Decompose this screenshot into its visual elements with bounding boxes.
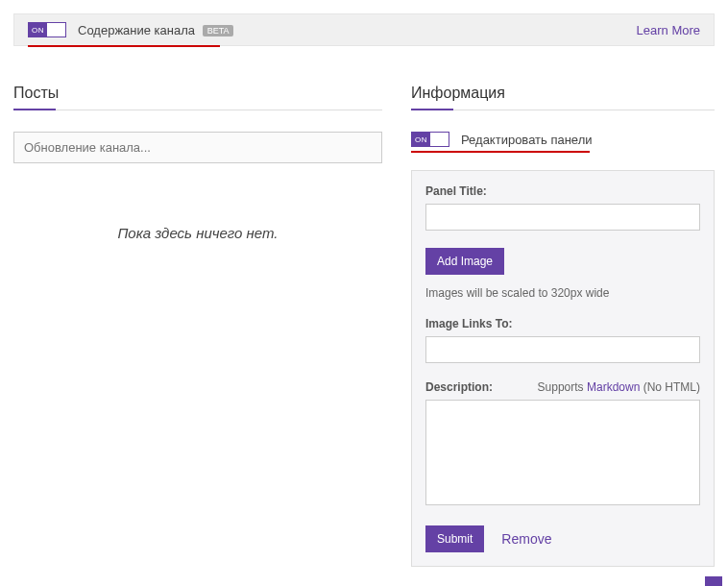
panel-title-group: Panel Title: xyxy=(425,184,700,231)
toggle-on-label: ON xyxy=(29,23,47,37)
panel-title-input[interactable] xyxy=(425,204,700,231)
panel-title-label: Panel Title: xyxy=(425,184,700,198)
description-textarea[interactable] xyxy=(425,400,700,505)
edit-panels-row: ON Редактировать панели xyxy=(411,132,715,153)
supports-prefix: Supports xyxy=(538,380,587,394)
panel-form: Panel Title: Add Image Images will be sc… xyxy=(411,170,715,567)
image-scale-hint: Images will be scaled to 320px wide xyxy=(425,286,700,300)
posts-heading: Посты xyxy=(13,85,382,110)
edit-panels-toggle[interactable]: ON xyxy=(411,132,449,147)
markdown-link[interactable]: Markdown xyxy=(587,380,640,394)
posts-title: Посты xyxy=(13,85,382,110)
markdown-note: Supports Markdown (No HTML) xyxy=(538,380,700,394)
no-html-text: (No HTML) xyxy=(640,380,700,394)
info-divider xyxy=(411,110,715,110)
add-image-button[interactable]: Add Image xyxy=(425,248,504,275)
description-label: Description: xyxy=(425,380,493,394)
form-actions: Submit Remove xyxy=(425,525,700,552)
channel-content-text: Содержание канала xyxy=(78,23,195,37)
submit-button[interactable]: Submit xyxy=(425,525,484,552)
edit-panels-underline xyxy=(411,151,590,153)
posts-empty-message: Пока здесь ничего нет. xyxy=(13,225,382,241)
toggle-off-part xyxy=(47,23,65,37)
top-bar-underline xyxy=(28,45,220,47)
info-title: Информация xyxy=(411,85,715,110)
posts-divider xyxy=(13,110,382,110)
image-link-group: Image Links To: xyxy=(425,317,700,363)
edit-toggle-on-label: ON xyxy=(412,133,430,146)
info-accent xyxy=(411,109,453,110)
image-link-label: Image Links To: xyxy=(425,317,700,330)
channel-content-label: Содержание канала BETA xyxy=(78,23,233,37)
remove-link[interactable]: Remove xyxy=(501,531,551,547)
description-head: Description: Supports Markdown (No HTML) xyxy=(425,380,700,394)
post-update-input[interactable] xyxy=(13,132,382,163)
channel-content-bar: ON Содержание канала BETA Learn More xyxy=(13,13,715,46)
beta-badge: BETA xyxy=(203,25,234,37)
image-link-input[interactable] xyxy=(425,336,700,363)
learn-more-link[interactable]: Learn More xyxy=(637,23,700,37)
edit-toggle-off-part xyxy=(430,133,449,146)
edit-panels-label: Редактировать панели xyxy=(461,133,593,147)
description-group: Description: Supports Markdown (No HTML) xyxy=(425,380,700,508)
info-column: Информация ON Редактировать панели Panel… xyxy=(411,85,715,567)
corner-widget[interactable] xyxy=(705,576,722,586)
posts-accent xyxy=(13,109,56,110)
channel-content-toggle[interactable]: ON xyxy=(28,22,66,37)
posts-column: Посты Пока здесь ничего нет. xyxy=(13,85,382,567)
add-image-group: Add Image Images will be scaled to 320px… xyxy=(425,248,700,300)
info-heading: Информация xyxy=(411,85,715,110)
